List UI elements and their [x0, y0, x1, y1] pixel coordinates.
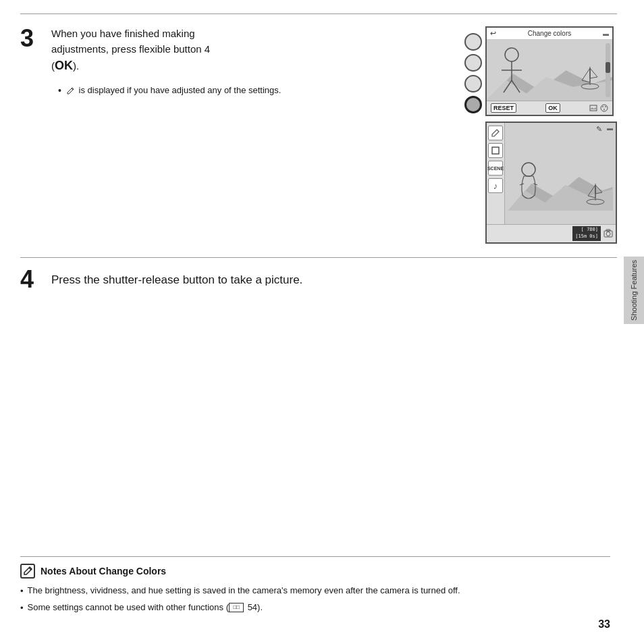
- step4-section: 4 Press the shutter-release button to ta…: [20, 267, 617, 292]
- section-divider: [20, 257, 617, 258]
- svg-marker-10: [590, 68, 597, 78]
- pencil-icon: [65, 86, 75, 96]
- notes-title: Notes About Change Colors: [41, 566, 166, 576]
- pencil-sidebar-icon: [491, 128, 500, 138]
- scene-image-top: [487, 40, 612, 101]
- person-svg-bottom: [510, 161, 547, 212]
- step3-text-line2: adjustments, press flexible button 4: [51, 43, 210, 55]
- step4-number: 4: [20, 267, 41, 292]
- left-sidebar: SCENE ♪: [487, 123, 505, 224]
- step3-ok: OK: [55, 59, 73, 72]
- slider-thumb: [606, 62, 610, 73]
- palette-icon: [600, 104, 608, 112]
- notes-section: Notes About Change Colors • The brightne…: [20, 556, 610, 617]
- sb-frame-icon[interactable]: [488, 143, 503, 158]
- cam-btn-3: [464, 75, 482, 92]
- sailboat-svg-top: [579, 63, 602, 90]
- screen-bottom-display: SCENE ♪ ✎ ▬: [485, 122, 617, 244]
- sailboat-svg-bottom: [584, 180, 608, 207]
- notes-bullet-1-text: The brightness, vividness, and hue setti…: [28, 584, 460, 597]
- bullet-dot: •: [58, 84, 61, 98]
- note-pencil-icon: [22, 566, 33, 576]
- main-scene-bottom: ✎ ▬: [505, 123, 616, 224]
- sb-scene-icon[interactable]: SCENE: [488, 161, 503, 176]
- book-ref-icon: □□: [229, 603, 244, 612]
- screen-top-display: ↩ Change colors ▬: [485, 26, 614, 116]
- svg-point-29: [606, 232, 610, 236]
- camera-shutter-icon: [603, 229, 613, 238]
- svg-point-14: [601, 105, 608, 111]
- svg-point-17: [603, 109, 605, 110]
- sb-pencil-icon[interactable]: [488, 126, 503, 140]
- bottom-toolbar: RESET OK: [487, 101, 612, 115]
- sb-music-icon[interactable]: ♪: [488, 178, 503, 193]
- step3-bullet: • is displayed if you have adjusted any …: [58, 84, 458, 98]
- change-colors-bar: ↩ Change colors ▬: [487, 28, 612, 40]
- mini-icon: ▬: [603, 30, 609, 37]
- step3-number: 3: [20, 26, 41, 51]
- top-border: [20, 14, 617, 14]
- svg-line-6: [504, 80, 512, 92]
- notes-title-row: Notes About Change Colors: [20, 564, 610, 579]
- back-arrow-icon: ↩: [490, 29, 496, 38]
- cam-btn-2: [464, 54, 482, 72]
- frame-icon: [491, 146, 500, 155]
- svg-point-15: [602, 106, 603, 107]
- change-colors-title: Change colors: [528, 30, 571, 37]
- notes-bullet-2-text: Some settings cannot be used with other …: [28, 601, 263, 614]
- svg-line-7: [512, 80, 520, 92]
- cam-btn-4-highlighted: [464, 96, 482, 113]
- step3-text: When you have finished making adjustment…: [51, 26, 458, 75]
- step3-text-line3-after: ).: [73, 60, 79, 72]
- pencil-top-right-icon: ✎: [596, 125, 602, 134]
- svg-marker-9: [582, 68, 590, 82]
- svg-marker-26: [595, 185, 602, 194]
- mini-top-right-icon: ▬: [607, 125, 613, 132]
- screen-bottom-inner: SCENE ♪ ✎ ▬: [487, 123, 616, 224]
- person-svg-top: [493, 47, 531, 97]
- svg-point-3: [505, 48, 518, 61]
- camera-buttons: [464, 26, 482, 113]
- slider-bar[interactable]: [606, 43, 610, 97]
- notes-bullet-1: • The brightness, vividness, and hue set…: [20, 584, 610, 598]
- svg-point-16: [605, 106, 606, 107]
- svg-rect-18: [492, 147, 499, 154]
- image-icon: [589, 104, 597, 112]
- screen-top-wrapper: ↩ Change colors ▬: [464, 26, 617, 116]
- toolbar-icons: [589, 104, 608, 112]
- svg-rect-30: [606, 230, 610, 231]
- step4-text: Press the shutter-release button to take…: [51, 271, 302, 289]
- cam-btn-1: [464, 33, 482, 51]
- notes-border: [20, 556, 610, 557]
- page-number: 33: [598, 618, 610, 630]
- step3-bullet-text: is displayed if you have adjusted any of…: [79, 85, 281, 95]
- svg-point-21: [522, 163, 535, 176]
- svg-marker-13: [590, 107, 597, 109]
- step3-section: 3 When you have finished making adjustme…: [20, 26, 617, 244]
- reset-button[interactable]: RESET: [491, 103, 516, 113]
- svg-marker-25: [588, 185, 595, 198]
- page-container: 3 When you have finished making adjustme…: [0, 0, 644, 644]
- step3-content: When you have finished making adjustment…: [51, 26, 458, 98]
- counter-box: [ 780][15m 0s]: [572, 226, 601, 241]
- notes-bullet-2: • Some settings cannot be used with othe…: [20, 601, 610, 615]
- screens-area: ↩ Change colors ▬: [464, 26, 617, 244]
- side-tab-text: Shooting Features: [630, 260, 638, 321]
- step3-text-line1: When you have finished making: [51, 28, 195, 39]
- side-tab: Shooting Features: [624, 257, 644, 324]
- ok-button[interactable]: OK: [545, 103, 560, 113]
- notes-icon: [20, 564, 35, 579]
- info-bar-bottom: [ 780][15m 0s]: [487, 224, 616, 242]
